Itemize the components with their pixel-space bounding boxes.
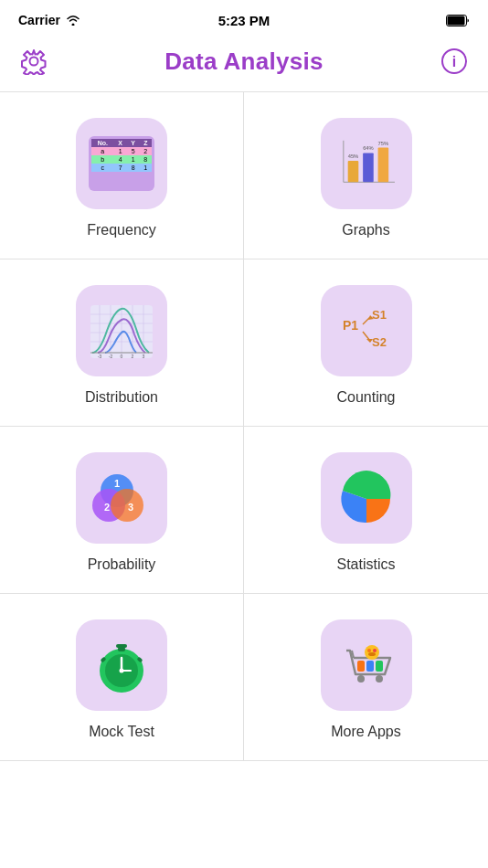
mock-test-stopwatch [89,632,154,698]
frequency-label: Frequency [87,222,156,238]
svg-text:3: 3 [143,354,145,359]
svg-text:S2: S2 [372,335,387,349]
statistics-icon-bg [321,452,412,544]
status-bar: Carrier 5:23 PM [0,0,488,37]
svg-text:64%: 64% [363,145,374,151]
svg-text:2: 2 [132,354,134,359]
svg-text:-3: -3 [98,354,102,359]
more-apps-cart [334,632,399,698]
distribution-icon-bg: -3 -2 0 2 3 [76,285,167,376]
distribution-bell-curve: -3 -2 0 2 3 [89,303,154,358]
wifi-icon [66,15,80,26]
svg-point-57 [367,649,371,652]
svg-rect-48 [116,644,127,648]
svg-text:75%: 75% [377,141,388,146]
svg-text:3: 3 [128,502,133,513]
counting-diagram: P1 S1 S2 [334,303,399,358]
probability-label: Probability [88,556,156,573]
settings-button[interactable] [18,46,49,77]
graphs-cell[interactable]: 45% 64% 75% Graphs [244,92,488,259]
counting-label: Counting [336,389,395,406]
more-apps-icon-bg [321,619,412,711]
svg-rect-1 [448,16,465,25]
statistics-pie-chart [334,471,399,525]
probability-cell[interactable]: 1 2 3 Probability [0,427,244,594]
svg-rect-54 [366,661,374,672]
svg-text:1: 1 [114,478,120,489]
statistics-label: Statistics [336,556,395,573]
svg-text:P1: P1 [343,318,358,333]
svg-point-2 [30,58,38,66]
svg-point-46 [120,669,124,673]
status-left: Carrier [18,13,80,27]
counting-icon-bg: P1 S1 S2 [321,285,412,376]
app-grid: No.XYZ a152 b418 c781 Frequency [0,91,488,761]
battery-icon [446,15,470,26]
svg-text:45%: 45% [347,153,358,159]
header: Data Analysis i [0,37,488,91]
status-right [446,15,470,26]
frequency-table-icon: No.XYZ a152 b418 c781 [89,136,154,191]
status-time: 5:23 PM [218,13,271,28]
statistics-cell[interactable]: Statistics [244,427,488,594]
info-button[interactable]: i [439,46,470,77]
svg-rect-8 [363,153,374,182]
mock-test-label: Mock Test [89,724,154,740]
page-title: Data Analysis [164,48,323,76]
distribution-label: Distribution [85,389,158,406]
counting-cell[interactable]: P1 S1 S2 Counting [244,259,488,427]
mock-test-cell[interactable]: Mock Test [0,594,244,761]
distribution-cell[interactable]: -3 -2 0 2 3 Distribution [0,259,244,427]
graphs-label: Graphs [342,222,389,238]
frequency-cell[interactable]: No.XYZ a152 b418 c781 Frequency [0,92,244,259]
info-icon: i [440,48,468,75]
svg-text:S1: S1 [372,308,387,322]
svg-point-58 [373,649,377,652]
svg-rect-55 [376,661,383,672]
svg-text:-2: -2 [109,354,113,359]
gear-icon [20,48,48,75]
svg-point-52 [376,675,383,683]
svg-point-51 [357,675,365,683]
mock-test-icon-bg [76,619,167,711]
graphs-bar-chart: 45% 64% 75% [334,136,399,191]
svg-point-59 [368,652,376,656]
svg-text:i: i [452,54,456,69]
probability-venn: 1 2 3 [89,471,154,525]
svg-rect-53 [357,661,365,672]
svg-rect-7 [347,161,358,182]
more-apps-cell[interactable]: More Apps [244,594,488,761]
more-apps-label: More Apps [331,724,400,740]
graphs-icon-bg: 45% 64% 75% [321,118,412,209]
carrier-label: Carrier [18,13,60,27]
svg-text:0: 0 [121,354,123,359]
frequency-icon-bg: No.XYZ a152 b418 c781 [76,118,167,209]
probability-icon-bg: 1 2 3 [76,452,167,544]
svg-rect-9 [377,148,388,183]
svg-text:2: 2 [104,502,110,513]
